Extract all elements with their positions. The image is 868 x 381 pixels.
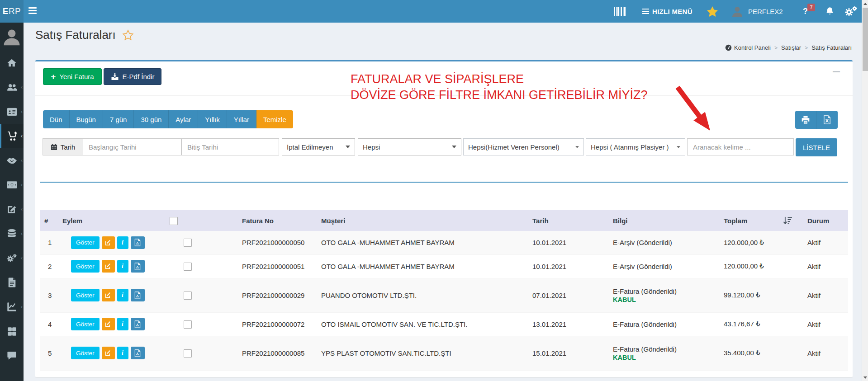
sidebar-item-modules[interactable] (0, 319, 24, 343)
print-button[interactable] (795, 111, 816, 129)
sidebar-item-documents[interactable] (0, 270, 24, 295)
scrollbar-up-button[interactable] (862, 0, 868, 7)
cancel-status-select[interactable]: İptal Edilmeyen (282, 138, 355, 155)
info-button[interactable]: i (117, 260, 128, 273)
pdf-button[interactable] (131, 347, 145, 359)
filter-30days-button[interactable]: 30 gün (134, 110, 169, 128)
edit-button[interactable] (102, 318, 115, 330)
chevron-down-icon (452, 146, 456, 148)
box-collapse-button[interactable]: — (833, 68, 840, 76)
sidebar-item-purchases[interactable]: ‹ (0, 148, 24, 173)
header-date[interactable]: Tarih (527, 210, 608, 231)
filter-7days-button[interactable]: 7 gün (103, 110, 134, 128)
start-date-input[interactable] (83, 138, 181, 155)
keyword-search-input[interactable] (687, 138, 794, 155)
pdf-button[interactable] (131, 318, 145, 330)
header-status[interactable]: Durum (780, 210, 848, 231)
sidebar-item-sales-invoices[interactable]: ‹ (0, 124, 24, 148)
user-menu-button[interactable]: PERFLEX2 (731, 0, 783, 23)
row-checkbox[interactable] (184, 349, 192, 357)
info-button[interactable]: i (117, 289, 128, 301)
header-invoice-no[interactable]: Fatura No (206, 210, 317, 231)
personnel-select[interactable]: Hepsi(Hizmet Veren Personel) (463, 138, 584, 155)
header-total[interactable]: Toplam (719, 210, 780, 231)
filter-today-button[interactable]: Bugün (70, 110, 103, 128)
gears-icon (6, 253, 17, 263)
epdf-download-button[interactable]: E-Pdf İndir (104, 68, 161, 85)
invoice-type-select[interactable]: Hepsi (358, 138, 461, 155)
show-button[interactable]: Göster (71, 289, 100, 301)
list-button[interactable]: LİSTELE (796, 138, 837, 156)
header-customer[interactable]: Müşteri (317, 210, 527, 231)
sidebar-item-settings[interactable]: ‹ (0, 246, 24, 270)
sidebar-user-avatar[interactable] (0, 23, 24, 51)
info-button[interactable]: i (117, 236, 128, 249)
show-button[interactable]: Göster (71, 236, 100, 249)
show-button[interactable]: Göster (71, 260, 100, 273)
pdf-button[interactable] (131, 289, 145, 301)
quick-menu-button[interactable]: HIZLI MENÜ (642, 0, 693, 23)
settings-button[interactable] (844, 0, 858, 23)
chevron-down-icon (346, 146, 350, 148)
row-checkbox[interactable] (184, 263, 192, 271)
scrollbar-thumb[interactable] (863, 8, 868, 71)
notifications-button[interactable] (825, 0, 835, 23)
page-title-block: Satış Faturaları (35, 28, 134, 42)
sidebar-item-reports[interactable]: ‹ (0, 295, 24, 319)
breadcrumb-home[interactable]: Kontrol Paneli (725, 44, 771, 51)
excel-export-button[interactable] (816, 111, 838, 129)
annotation-line2: DÖVİZE GÖRE FİLTRE İMKANI GETİREBİLİR Mİ… (351, 87, 648, 103)
sidebar-item-id-card[interactable]: ‹ (0, 99, 24, 124)
info-button[interactable]: i (117, 347, 128, 359)
breadcrumb-separator: > (774, 45, 778, 51)
show-button[interactable]: Göster (71, 347, 100, 359)
filter-months-button[interactable]: Aylar (169, 110, 198, 128)
edit-button[interactable] (102, 347, 115, 359)
app-logo[interactable]: ERP (0, 0, 24, 23)
sidebar-item-finance[interactable]: ‹ (0, 173, 24, 197)
users-group-icon (7, 83, 17, 92)
row-checkbox[interactable] (184, 239, 192, 247)
new-invoice-button[interactable]: + Yeni Fatura (43, 68, 102, 85)
row-checkbox[interactable] (184, 292, 192, 300)
filter-clear-button[interactable]: Temizle (256, 110, 293, 128)
edit-button[interactable] (102, 289, 115, 301)
header-info[interactable]: Bilgi (608, 210, 719, 231)
sidebar-item-database[interactable]: ‹ (0, 221, 24, 246)
select-all-checkbox[interactable] (170, 217, 178, 225)
barcode-button[interactable] (614, 0, 626, 23)
edit-button[interactable] (102, 260, 115, 273)
sidebar-item-messages[interactable] (0, 343, 24, 368)
pdf-button[interactable] (131, 236, 145, 249)
sidebar-item-edit-documents[interactable]: ‹ (0, 197, 24, 221)
invoice-type-value: Hepsi (363, 143, 380, 151)
filter-yearly-button[interactable]: Yıllık (198, 110, 227, 128)
row-info: E-Fatura (Gönderildi) (613, 287, 719, 295)
sidebar-item-customers[interactable]: ‹ (0, 75, 24, 99)
filter-years-button[interactable]: Yıllar (227, 110, 256, 128)
row-info: E-Fatura (Gönderildi) (613, 345, 719, 353)
personnel-value: Hepsi(Hizmet Veren Personel) (468, 143, 560, 151)
row-index: 4 (40, 312, 59, 336)
edit-button[interactable] (102, 236, 115, 249)
filter-yesterday-button[interactable]: Dün (43, 110, 70, 128)
row-checkbox[interactable] (184, 320, 192, 329)
end-date-input[interactable] (181, 138, 279, 155)
pdf-button[interactable] (131, 260, 145, 273)
menu-bars-icon (642, 7, 649, 15)
sidebar-toggle-icon[interactable] (28, 6, 38, 17)
user-avatar-icon (2, 27, 21, 47)
scrollbar-down-button[interactable] (862, 374, 868, 381)
info-button[interactable]: i (117, 318, 128, 330)
sidebar-item-home[interactable] (0, 51, 24, 75)
row-status: Aktif (780, 278, 848, 312)
help-button[interactable]: ? 7 (803, 0, 808, 23)
favorite-star-outline-icon[interactable] (122, 29, 134, 41)
top-navbar: ERP HIZLI MENÜ PERFLEX2 ? 7 (0, 0, 868, 23)
breadcrumb-sales[interactable]: Satışlar (781, 44, 801, 51)
breadcrumb-item: Kontrol Paneli (734, 44, 771, 51)
salesrep-select[interactable]: Hepsi ( Atanmış Plasiyer ) (586, 138, 685, 155)
favorites-star-button[interactable] (707, 0, 718, 23)
show-button[interactable]: Göster (71, 318, 100, 330)
sort-desc-icon[interactable] (783, 216, 792, 225)
